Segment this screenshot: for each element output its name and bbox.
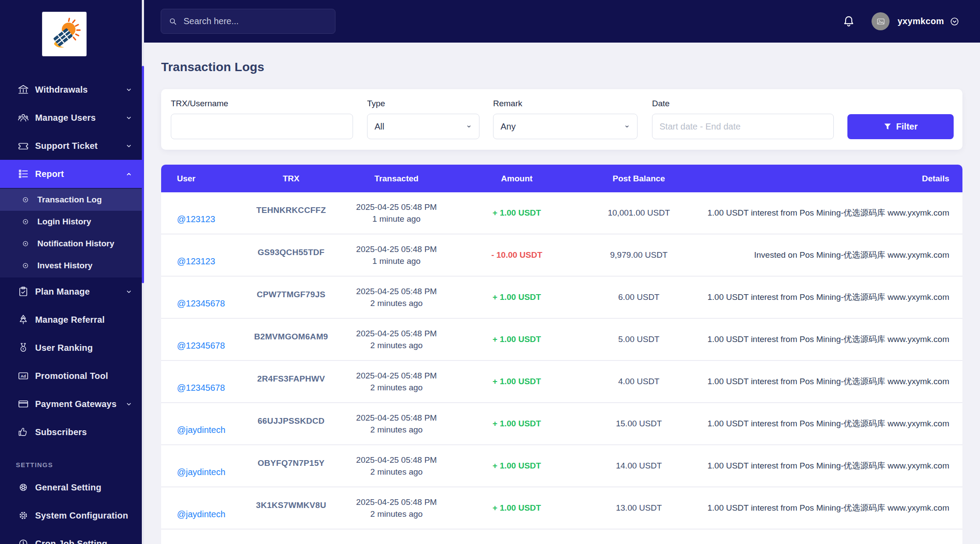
table-row: @12345678 CPW7TMGF79JS 2025-04-25 05:48 … <box>161 277 962 319</box>
user-link[interactable]: @jaydintech <box>177 467 225 477</box>
type-select-value: All <box>375 122 384 132</box>
details-text: 1.00 USDT interest from Pos Mining-优选源码库… <box>701 460 962 472</box>
user-cell: @jaydintech <box>161 467 246 477</box>
amount-cell: + 1.00 USDT <box>457 419 577 429</box>
user-link[interactable]: @jaydintech <box>177 425 225 435</box>
sidebar-item-withdrawals[interactable]: Withdrawals <box>0 76 144 104</box>
sidebar-nav: Withdrawals Manage Users Support Ticket … <box>0 76 144 544</box>
remark-select[interactable]: Any <box>493 114 638 139</box>
search-icon <box>168 17 178 26</box>
chevron-down-icon <box>125 114 133 122</box>
user-cell: @123123 <box>161 256 246 267</box>
type-select[interactable]: All <box>367 114 479 139</box>
sidebar-item-report[interactable]: Report <box>0 160 144 188</box>
transacted-cell: 2025-04-25 05:48 PM2 minutes ago <box>336 496 457 520</box>
page-title: Transaction Logs <box>161 60 962 74</box>
column-header-details: Details <box>701 174 962 184</box>
transacted-time: 2025-04-25 05:48 PM <box>336 243 457 255</box>
sidebar-item-payment-gateways[interactable]: Payment Gateways <box>0 390 144 418</box>
chevron-down-circle-icon[interactable] <box>949 16 960 27</box>
amount-cell: + 1.00 USDT <box>457 461 577 471</box>
user-cell: @jaydintech <box>161 425 246 435</box>
wheel-icon <box>18 482 29 493</box>
topbar-right: yxymkcom <box>842 12 960 30</box>
sidebar-item-subscribers[interactable]: Subscribers <box>0 418 144 446</box>
sidebar-item-manage-users[interactable]: Manage Users <box>0 104 144 132</box>
sidebar-item-label: Promotional Tool <box>35 371 133 381</box>
bell-icon[interactable] <box>842 14 855 29</box>
sidebar-subitem-label: Invest History <box>37 261 93 270</box>
table-row: @12345678 B2MVMGOM6AM9 2025-04-25 05:48 … <box>161 319 962 361</box>
amount-value: + 1.00 USDT <box>493 208 541 217</box>
brand-logo <box>42 12 86 56</box>
transacted-cell: 2025-04-25 05:48 PM2 minutes ago <box>336 328 457 351</box>
sidebar-item-support-ticket[interactable]: Support Ticket <box>0 132 144 160</box>
sidebar-item-user-ranking[interactable]: User Ranking <box>0 334 144 362</box>
trx-code: 3K1KS7WMKV8U <box>246 501 336 510</box>
sidebar-item-transaction-log[interactable]: Transaction Log <box>0 189 144 211</box>
transacted-cell: 2025-04-25 05:48 PM1 minute ago <box>336 243 457 267</box>
sidebar-item-label: Withdrawals <box>35 85 125 95</box>
filter-card: TRX/Username Type All Remark Any Date Fi… <box>161 89 962 150</box>
topbar-search <box>161 9 335 34</box>
column-header-transacted: Transacted <box>336 174 457 184</box>
table-header-row: User TRX Transacted Amount Post Balance … <box>161 165 962 192</box>
transacted-ago: 2 minutes ago <box>336 297 457 309</box>
type-group: Type All <box>367 99 479 139</box>
sidebar-item-manage-referral[interactable]: Manage Referral <box>0 306 144 334</box>
sidebar-item-label: Subscribers <box>35 427 133 437</box>
trx-username-label: TRX/Username <box>171 99 353 108</box>
user-cell: @jaydintech <box>161 509 246 519</box>
user-link[interactable]: @123123 <box>177 214 215 224</box>
filter-button[interactable]: Filter <box>847 114 954 139</box>
sidebar-scrollbar-thumb[interactable] <box>142 66 144 283</box>
amount-value: + 1.00 USDT <box>493 503 541 512</box>
topbar-username[interactable]: yxymkcom <box>897 16 944 26</box>
circle-dot-icon <box>21 195 30 204</box>
user-link[interactable]: @12345678 <box>177 383 225 393</box>
user-link[interactable]: @jaydintech <box>177 509 225 519</box>
amount-value: + 1.00 USDT <box>493 335 541 344</box>
sidebar-item-cron-job-setting[interactable]: Cron Job Setting <box>0 530 144 544</box>
remark-select-value: Any <box>501 122 515 132</box>
sidebar-item-label: System Configuration <box>35 511 133 521</box>
sidebar-item-invest-history[interactable]: Invest History <box>0 255 144 277</box>
column-header-user: User <box>161 174 246 184</box>
credit-card-icon <box>18 398 29 410</box>
remark-group: Remark Any <box>493 99 638 139</box>
date-group: Date <box>652 99 834 139</box>
trx-code: CPW7TMGF79JS <box>246 290 336 299</box>
amount-cell: + 1.00 USDT <box>457 292 577 302</box>
post-balance: 13.00 USDT <box>577 503 701 513</box>
user-cell: @12345678 <box>161 383 246 393</box>
avatar[interactable] <box>872 12 890 30</box>
sidebar-item-system-configuration[interactable]: System Configuration <box>0 501 144 530</box>
circle-dot-icon <box>21 217 30 226</box>
search-input[interactable] <box>184 16 328 26</box>
transaction-table: User TRX Transacted Amount Post Balance … <box>161 165 962 544</box>
sidebar-item-promotional-tool[interactable]: Promotional Tool <box>0 362 144 390</box>
post-balance: 14.00 USDT <box>577 461 701 471</box>
post-balance: 4.00 USDT <box>577 377 701 386</box>
sidebar-item-label: Payment Gateways <box>35 399 125 409</box>
sidebar-item-plan-manage[interactable]: Plan Manage <box>0 277 144 306</box>
transacted-time: 2025-04-25 05:48 PM <box>336 285 457 297</box>
sidebar-item-general-setting[interactable]: General Setting <box>0 473 144 501</box>
details-text: 1.00 USDT interest from Pos Mining-优选源码库… <box>701 207 962 219</box>
sidebar-item-login-history[interactable]: Login History <box>0 211 144 233</box>
user-link[interactable]: @12345678 <box>177 299 225 308</box>
user-cell: @123123 <box>161 214 246 224</box>
transacted-ago: 2 minutes ago <box>336 339 457 351</box>
date-range-input[interactable] <box>652 114 834 139</box>
table-row: @12345678 2R4FS3FAPHWV 2025-04-25 05:48 … <box>161 361 962 403</box>
list-icon <box>18 168 29 180</box>
sidebar-item-label: Manage Users <box>35 113 125 123</box>
sidebar-item-label: General Setting <box>35 483 133 493</box>
user-link[interactable]: @12345678 <box>177 341 225 350</box>
user-link[interactable]: @123123 <box>177 256 215 266</box>
users-icon <box>18 112 29 123</box>
clipboard-check-icon <box>18 286 29 297</box>
sidebar-item-notification-history[interactable]: Notification History <box>0 233 144 255</box>
thumbs-up-icon <box>18 426 29 438</box>
trx-username-input[interactable] <box>171 114 353 139</box>
